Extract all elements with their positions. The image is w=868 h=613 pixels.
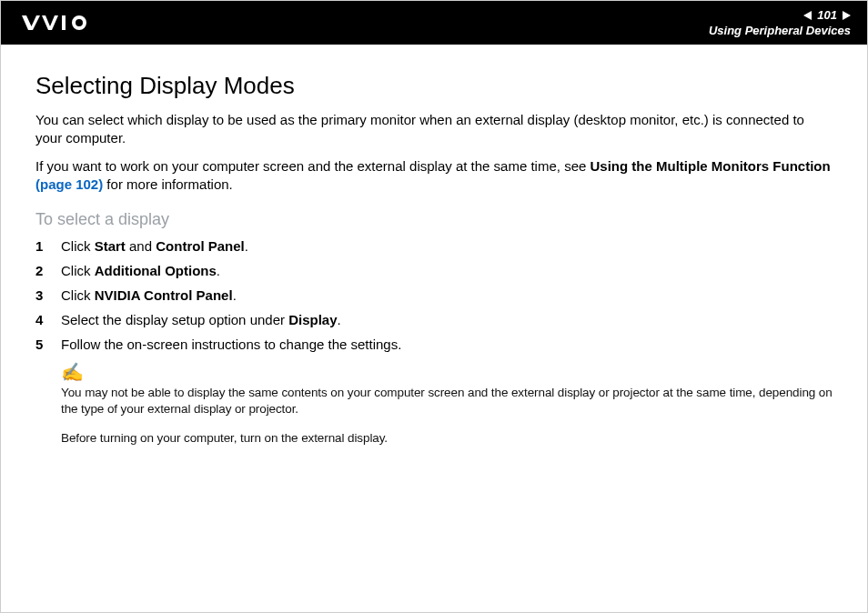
step-item: 3 Click NVIDIA Control Panel. — [35, 287, 833, 303]
section-title: Using Peripheral Devices — [709, 24, 851, 37]
subheading: To select a display — [35, 210, 833, 229]
step-text: Click NVIDIA Control Panel. — [61, 287, 237, 303]
page-link-102[interactable]: (page 102) — [35, 176, 103, 192]
step-number: 1 — [35, 238, 48, 254]
intro-2-text-c: for more information. — [103, 176, 233, 192]
step-item: 4 Select the display setup option under … — [35, 312, 833, 327]
step-number: 5 — [35, 337, 48, 352]
page-nav: 101 — [803, 8, 851, 22]
step-text: Follow the on-screen instructions to cha… — [61, 337, 401, 352]
page-title: Selecting Display Modes — [35, 72, 833, 100]
vaio-logo — [17, 15, 117, 31]
page-number: 101 — [817, 8, 837, 22]
document-page: 101 Using Peripheral Devices Selecting D… — [0, 0, 868, 613]
step-number: 2 — [35, 263, 48, 278]
step-item: 5 Follow the on-screen instructions to c… — [35, 337, 833, 352]
note-icon: ✍ — [61, 361, 833, 383]
step-text: Click Additional Options. — [61, 263, 220, 278]
intro-paragraph-1: You can select which display to be used … — [35, 111, 833, 148]
note-block: ✍ You may not be able to display the sam… — [61, 361, 833, 447]
page-header: 101 Using Peripheral Devices — [1, 1, 867, 45]
prev-page-icon[interactable] — [803, 11, 812, 20]
note-text-2: Before turning on your computer, turn on… — [61, 430, 833, 447]
steps-list: 1 Click Start and Control Panel. 2 Click… — [35, 238, 833, 352]
step-text: Select the display setup option under Di… — [61, 312, 341, 327]
note-text-1: You may not be able to display the same … — [61, 385, 833, 417]
step-text: Click Start and Control Panel. — [61, 238, 248, 254]
step-item: 2 Click Additional Options. — [35, 263, 833, 278]
svg-rect-0 — [62, 15, 66, 30]
next-page-icon[interactable] — [843, 11, 851, 20]
intro-2-text-a: If you want to work on your computer scr… — [35, 158, 590, 174]
intro-2-bold: Using the Multiple Monitors Function — [590, 158, 830, 174]
header-right: 101 Using Peripheral Devices — [709, 8, 851, 37]
page-content: Selecting Display Modes You can select w… — [1, 45, 867, 447]
intro-paragraph-2: If you want to work on your computer scr… — [35, 157, 833, 195]
step-item: 1 Click Start and Control Panel. — [35, 238, 833, 254]
step-number: 3 — [35, 287, 48, 303]
step-number: 4 — [35, 312, 48, 327]
